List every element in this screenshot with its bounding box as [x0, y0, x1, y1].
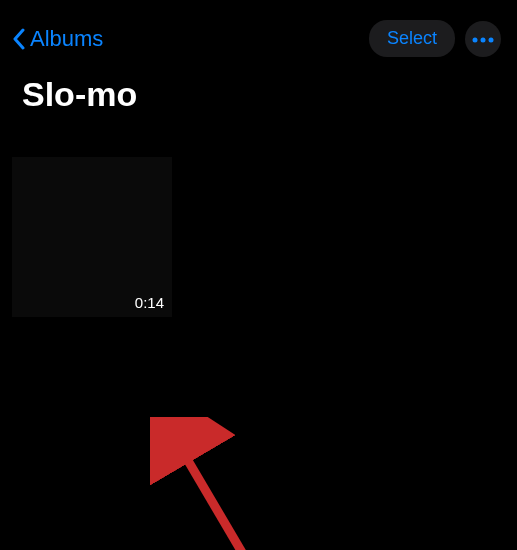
content-area: 0:14 [0, 122, 517, 542]
back-label: Albums [30, 26, 103, 52]
svg-point-2 [489, 38, 494, 43]
svg-point-1 [481, 38, 486, 43]
video-thumbnail[interactable]: 0:14 [12, 157, 172, 317]
back-button[interactable]: Albums [12, 26, 103, 52]
select-button[interactable]: Select [369, 20, 455, 57]
arrow-annotation [150, 417, 310, 550]
svg-line-4 [180, 447, 280, 550]
ellipsis-icon [472, 31, 494, 46]
header-bar: Albums Select [0, 0, 517, 67]
page-title: Slo-mo [22, 75, 495, 114]
more-button[interactable] [465, 21, 501, 57]
header-actions: Select [369, 20, 501, 57]
video-duration: 0:14 [135, 294, 164, 311]
chevron-left-icon [12, 28, 26, 50]
svg-point-0 [473, 38, 478, 43]
title-section: Slo-mo [0, 67, 517, 122]
